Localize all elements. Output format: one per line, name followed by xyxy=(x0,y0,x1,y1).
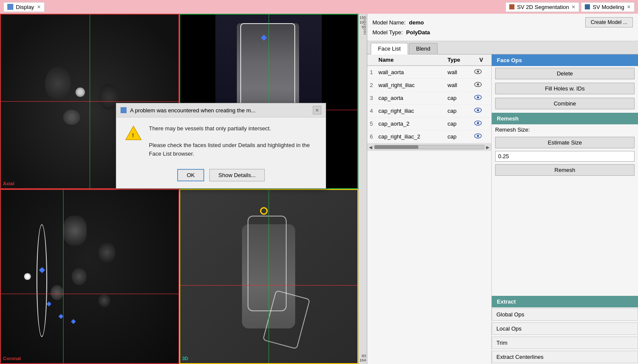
scale-panel: 150 100 50 0 83 164 xyxy=(358,14,367,364)
dialog-message2: Please check the faces listed under Deta… xyxy=(149,141,317,158)
dialog-title: A problem was encountered when creating … xyxy=(130,107,309,114)
display-tab-icon xyxy=(7,4,13,10)
sv2d-tab[interactable]: SV 2D Segmentation ✕ xyxy=(505,2,579,12)
dialog-titlebar-icon xyxy=(121,107,127,113)
face-table-container: Name Type V 1 wall_aorta wall xyxy=(367,54,492,364)
scroll-left-arrow[interactable]: ◀ xyxy=(369,145,372,150)
table-row[interactable]: 5 cap_aorta_2 cap xyxy=(367,117,491,130)
create-model-button[interactable]: Create Model ... xyxy=(585,17,633,27)
coronal-view: Coronal xyxy=(0,189,179,364)
dialog-text: There may be vessels that only partially… xyxy=(149,124,317,158)
col-type: Type xyxy=(445,54,471,66)
fill-holes-button[interactable]: Fill Holes w. IDs xyxy=(495,83,635,94)
sv2d-tab-icon xyxy=(509,4,514,9)
face-table: Name Type V 1 wall_aorta wall xyxy=(367,54,491,143)
row-5-name: cap_aorta_2 xyxy=(376,117,445,130)
title-bar: Display ✕ SV 2D Segmentation ✕ SV Modeli… xyxy=(0,0,638,14)
row-2-type: wall xyxy=(445,79,471,92)
face-ops-header: Face Ops xyxy=(492,54,638,66)
model-name-label: Model Name: xyxy=(372,19,405,26)
eye-icon-5[interactable] xyxy=(474,120,482,126)
local-ops-section[interactable]: Local Ops xyxy=(492,322,638,335)
row-6-v[interactable] xyxy=(471,130,491,143)
row-4-type: cap xyxy=(445,105,471,117)
row-2-name: wall_right_iliac xyxy=(376,79,445,92)
table-row[interactable]: 6 cap_right_iliac_2 cap xyxy=(367,130,491,143)
row-5-num: 5 xyxy=(367,117,376,130)
svg-point-9 xyxy=(477,122,479,124)
views-grid: Axial xyxy=(0,14,358,364)
sv2d-tab-label: SV 2D Segmentation xyxy=(517,4,569,10)
row-2-v[interactable] xyxy=(471,79,491,92)
3d-view: 3D xyxy=(179,189,359,364)
eye-icon-4[interactable] xyxy=(474,107,482,114)
row-4-num: 4 xyxy=(367,105,376,117)
scale-150: 150 xyxy=(360,15,366,20)
row-1-type: wall xyxy=(445,66,471,79)
row-1-v[interactable] xyxy=(471,66,491,79)
display-tab-close[interactable]: ✕ xyxy=(37,4,41,10)
scroll-track[interactable] xyxy=(374,145,484,149)
eye-icon-6[interactable] xyxy=(474,132,482,139)
remesh-button[interactable]: Remesh xyxy=(495,164,635,176)
eye-icon-3[interactable] xyxy=(474,94,482,101)
row-4-v[interactable] xyxy=(471,105,491,117)
model-type-value: PolyData xyxy=(406,29,430,36)
row-3-type: cap xyxy=(445,92,471,105)
ok-button[interactable]: OK xyxy=(177,169,204,181)
display-wrapper: Axial xyxy=(0,14,367,364)
row-5-v[interactable] xyxy=(471,117,491,130)
row-5-type: cap xyxy=(445,117,471,130)
extract-centerlines-section[interactable]: Extract Centerlines xyxy=(492,351,638,363)
global-ops-section[interactable]: Global Ops xyxy=(492,308,638,321)
row-6-name: cap_right_iliac_2 xyxy=(376,130,445,143)
display-tab-label: Display xyxy=(16,4,34,10)
bottom-scroll: ◀ ▶ xyxy=(367,143,491,151)
dialog-message1: There may be vessels that only partially… xyxy=(149,124,317,133)
dialog-close-button[interactable]: × xyxy=(313,106,321,114)
dialog-buttons: OK Show Details... xyxy=(116,165,326,188)
remesh-header: Remesh xyxy=(492,113,638,124)
display-tab[interactable]: Display ✕ xyxy=(3,2,45,12)
scale-100: 100 xyxy=(360,20,366,24)
scale-50: 50 xyxy=(360,25,366,29)
tab-face-list[interactable]: Face List xyxy=(371,43,408,54)
svg-point-3 xyxy=(477,84,479,86)
svmodeling-tab-label: SV Modeling xyxy=(593,4,624,10)
face-list-area: Name Type V 1 wall_aorta wall xyxy=(367,54,638,364)
table-row[interactable]: 2 wall_right_iliac wall xyxy=(367,79,491,92)
svmodeling-tab[interactable]: SV Modeling ✕ xyxy=(581,2,635,12)
tab-blend[interactable]: Blend xyxy=(409,43,438,54)
tab-bar: Face List Blend xyxy=(367,41,638,54)
scroll-right-arrow[interactable]: ▶ xyxy=(486,145,490,150)
panel-header: Model Name: demo Create Model ... Model … xyxy=(367,14,638,41)
table-row[interactable]: 1 wall_aorta wall xyxy=(367,66,491,79)
estimate-size-button[interactable]: Estimate Size xyxy=(495,137,635,148)
dialog-body: ! There may be vessels that only partial… xyxy=(116,117,326,165)
svg-point-7 xyxy=(477,109,479,111)
bottom-num-top: 83 xyxy=(360,354,366,358)
right-panel: Model Name: demo Create Model ... Model … xyxy=(367,14,638,364)
sv2d-tab-close[interactable]: ✕ xyxy=(571,4,575,10)
row-2-num: 2 xyxy=(367,79,376,92)
col-name: Name xyxy=(376,54,445,66)
table-row[interactable]: 4 cap_right_iliac cap xyxy=(367,105,491,117)
eye-icon-2[interactable] xyxy=(474,81,482,88)
svg-point-11 xyxy=(477,135,479,137)
eye-icon-1[interactable] xyxy=(474,68,482,75)
remesh-size-input[interactable] xyxy=(495,151,635,162)
main-layout: Axial xyxy=(0,14,638,364)
svg-point-5 xyxy=(477,96,479,99)
trim-section[interactable]: Trim xyxy=(492,337,638,349)
svmodeling-tab-close[interactable]: ✕ xyxy=(627,4,631,10)
combine-button[interactable]: Combine xyxy=(495,98,635,109)
show-details-button[interactable]: Show Details... xyxy=(209,169,265,181)
scale-0: 0 xyxy=(360,30,366,34)
col-v: V xyxy=(471,54,491,66)
dialog-titlebar: A problem was encountered when creating … xyxy=(116,103,326,117)
model-type-label: Model Type: xyxy=(372,29,403,36)
table-row[interactable]: 3 cap_aorta cap xyxy=(367,92,491,105)
delete-button[interactable]: Delete xyxy=(495,68,635,79)
row-3-v[interactable] xyxy=(471,92,491,105)
svmodeling-tab-icon xyxy=(585,4,590,9)
